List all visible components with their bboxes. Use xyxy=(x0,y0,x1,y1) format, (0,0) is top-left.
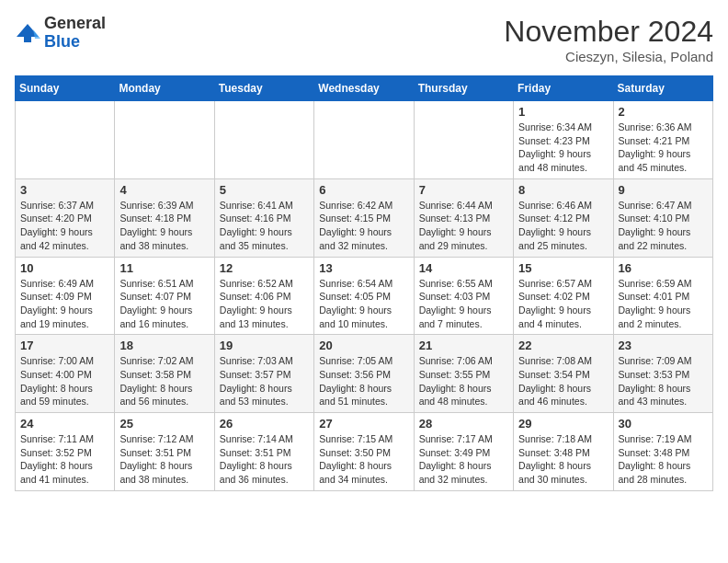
day-info: Sunrise: 6:51 AMSunset: 4:07 PMDaylight:… xyxy=(119,277,209,331)
day-number: 4 xyxy=(119,183,209,197)
day-number: 10 xyxy=(20,261,109,275)
calendar-cell: 17Sunrise: 7:00 AMSunset: 4:00 PMDayligh… xyxy=(16,335,115,413)
logo-icon xyxy=(15,20,40,46)
calendar-week-row: 3Sunrise: 6:37 AMSunset: 4:20 PMDaylight… xyxy=(16,178,713,257)
calendar-cell: 12Sunrise: 6:52 AMSunset: 4:06 PMDayligh… xyxy=(214,257,313,335)
day-info: Sunrise: 6:44 AMSunset: 4:13 PMDaylight:… xyxy=(419,199,508,253)
day-number: 11 xyxy=(119,261,209,275)
calendar-cell: 3Sunrise: 6:37 AMSunset: 4:20 PMDaylight… xyxy=(16,178,115,257)
day-number: 18 xyxy=(119,339,209,352)
page-header: General Blue November 2024 Cieszyn, Sile… xyxy=(15,15,713,64)
calendar-cell: 8Sunrise: 6:46 AMSunset: 4:12 PMDaylight… xyxy=(514,178,613,257)
day-info: Sunrise: 6:37 AMSunset: 4:20 PMDaylight:… xyxy=(20,199,109,253)
day-number: 7 xyxy=(419,183,508,197)
day-number: 20 xyxy=(319,339,408,352)
calendar-cell: 2Sunrise: 6:36 AMSunset: 4:21 PMDaylight… xyxy=(613,101,712,179)
weekday-header: Saturday xyxy=(613,76,712,101)
month-title: November 2024 xyxy=(504,15,713,49)
day-number: 26 xyxy=(220,417,309,431)
day-number: 30 xyxy=(619,417,708,431)
day-info: Sunrise: 7:17 AMSunset: 3:49 PMDaylight:… xyxy=(419,432,508,487)
day-number: 5 xyxy=(220,183,309,197)
day-number: 12 xyxy=(220,261,309,275)
calendar-table: SundayMondayTuesdayWednesdayThursdayFrid… xyxy=(15,75,713,491)
weekday-header: Sunday xyxy=(16,76,115,101)
day-info: Sunrise: 6:59 AMSunset: 4:01 PMDaylight:… xyxy=(619,277,708,331)
calendar-cell: 11Sunrise: 6:51 AMSunset: 4:07 PMDayligh… xyxy=(115,257,214,335)
calendar-cell: 16Sunrise: 6:59 AMSunset: 4:01 PMDayligh… xyxy=(613,257,712,335)
calendar-cell xyxy=(115,101,214,179)
day-info: Sunrise: 7:14 AMSunset: 3:51 PMDaylight:… xyxy=(220,432,309,487)
day-number: 8 xyxy=(518,183,608,197)
day-info: Sunrise: 7:19 AMSunset: 3:48 PMDaylight:… xyxy=(619,432,708,487)
day-number: 28 xyxy=(419,417,508,431)
day-info: Sunrise: 6:57 AMSunset: 4:02 PMDaylight:… xyxy=(518,277,608,331)
calendar-cell: 27Sunrise: 7:15 AMSunset: 3:50 PMDayligh… xyxy=(314,413,414,491)
day-number: 17 xyxy=(20,339,109,352)
calendar-cell: 6Sunrise: 6:42 AMSunset: 4:15 PMDaylight… xyxy=(314,178,414,257)
svg-marker-1 xyxy=(33,29,40,39)
calendar-cell: 21Sunrise: 7:06 AMSunset: 3:55 PMDayligh… xyxy=(414,335,513,413)
day-number: 19 xyxy=(220,339,309,352)
calendar-cell xyxy=(16,101,115,179)
day-info: Sunrise: 6:46 AMSunset: 4:12 PMDaylight:… xyxy=(518,199,608,253)
day-info: Sunrise: 7:02 AMSunset: 3:58 PMDaylight:… xyxy=(119,354,209,408)
day-number: 2 xyxy=(619,105,708,119)
day-info: Sunrise: 6:34 AMSunset: 4:23 PMDaylight:… xyxy=(518,121,608,175)
day-info: Sunrise: 7:11 AMSunset: 3:52 PMDaylight:… xyxy=(20,432,109,487)
day-info: Sunrise: 7:06 AMSunset: 3:55 PMDaylight:… xyxy=(419,354,508,408)
calendar-cell xyxy=(414,101,513,179)
calendar-cell: 29Sunrise: 7:18 AMSunset: 3:48 PMDayligh… xyxy=(514,413,613,491)
day-info: Sunrise: 6:36 AMSunset: 4:21 PMDaylight:… xyxy=(619,121,708,175)
day-info: Sunrise: 6:49 AMSunset: 4:09 PMDaylight:… xyxy=(20,277,109,331)
calendar-week-row: 24Sunrise: 7:11 AMSunset: 3:52 PMDayligh… xyxy=(16,413,713,491)
day-number: 21 xyxy=(419,339,508,352)
calendar-cell: 9Sunrise: 6:47 AMSunset: 4:10 PMDaylight… xyxy=(613,178,712,257)
day-number: 27 xyxy=(319,417,408,431)
calendar-cell: 19Sunrise: 7:03 AMSunset: 3:57 PMDayligh… xyxy=(214,335,313,413)
calendar-cell: 26Sunrise: 7:14 AMSunset: 3:51 PMDayligh… xyxy=(214,413,313,491)
day-info: Sunrise: 6:52 AMSunset: 4:06 PMDaylight:… xyxy=(220,277,309,331)
calendar-cell: 22Sunrise: 7:08 AMSunset: 3:54 PMDayligh… xyxy=(514,335,613,413)
logo-general: General xyxy=(44,14,106,32)
calendar-cell: 10Sunrise: 6:49 AMSunset: 4:09 PMDayligh… xyxy=(16,257,115,335)
day-number: 1 xyxy=(518,105,608,119)
day-number: 9 xyxy=(619,183,708,197)
weekday-header: Tuesday xyxy=(214,76,313,101)
calendar-cell: 15Sunrise: 6:57 AMSunset: 4:02 PMDayligh… xyxy=(514,257,613,335)
day-info: Sunrise: 7:05 AMSunset: 3:56 PMDaylight:… xyxy=(319,354,408,408)
calendar-cell xyxy=(314,101,414,179)
calendar-cell: 20Sunrise: 7:05 AMSunset: 3:56 PMDayligh… xyxy=(314,335,414,413)
day-info: Sunrise: 7:18 AMSunset: 3:48 PMDaylight:… xyxy=(518,432,608,487)
day-info: Sunrise: 6:55 AMSunset: 4:03 PMDaylight:… xyxy=(419,277,508,331)
weekday-header: Wednesday xyxy=(314,76,414,101)
day-info: Sunrise: 7:08 AMSunset: 3:54 PMDaylight:… xyxy=(518,354,608,408)
day-info: Sunrise: 7:09 AMSunset: 3:53 PMDaylight:… xyxy=(619,354,708,408)
calendar-cell: 24Sunrise: 7:11 AMSunset: 3:52 PMDayligh… xyxy=(16,413,115,491)
day-info: Sunrise: 7:15 AMSunset: 3:50 PMDaylight:… xyxy=(319,432,408,487)
day-number: 22 xyxy=(518,339,608,352)
calendar-cell: 7Sunrise: 6:44 AMSunset: 4:13 PMDaylight… xyxy=(414,178,513,257)
day-number: 16 xyxy=(619,261,708,275)
day-number: 23 xyxy=(619,339,708,352)
calendar-cell: 1Sunrise: 6:34 AMSunset: 4:23 PMDaylight… xyxy=(514,101,613,179)
weekday-header: Thursday xyxy=(414,76,513,101)
calendar-cell: 13Sunrise: 6:54 AMSunset: 4:05 PMDayligh… xyxy=(314,257,414,335)
day-info: Sunrise: 6:39 AMSunset: 4:18 PMDaylight:… xyxy=(119,199,209,253)
day-info: Sunrise: 7:03 AMSunset: 3:57 PMDaylight:… xyxy=(220,354,309,408)
day-info: Sunrise: 7:00 AMSunset: 4:00 PMDaylight:… xyxy=(20,354,109,408)
logo: General Blue xyxy=(15,15,106,52)
weekday-header: Monday xyxy=(115,76,214,101)
day-info: Sunrise: 7:12 AMSunset: 3:51 PMDaylight:… xyxy=(119,432,209,487)
calendar-cell: 30Sunrise: 7:19 AMSunset: 3:48 PMDayligh… xyxy=(613,413,712,491)
day-number: 6 xyxy=(319,183,408,197)
weekday-header: Friday xyxy=(514,76,613,101)
day-number: 24 xyxy=(20,417,109,431)
calendar-cell: 23Sunrise: 7:09 AMSunset: 3:53 PMDayligh… xyxy=(613,335,712,413)
calendar-cell xyxy=(214,101,313,179)
logo-text: General Blue xyxy=(44,15,106,52)
day-info: Sunrise: 6:47 AMSunset: 4:10 PMDaylight:… xyxy=(619,199,708,253)
calendar-cell: 14Sunrise: 6:55 AMSunset: 4:03 PMDayligh… xyxy=(414,257,513,335)
day-number: 14 xyxy=(419,261,508,275)
day-info: Sunrise: 6:42 AMSunset: 4:15 PMDaylight:… xyxy=(319,199,408,253)
